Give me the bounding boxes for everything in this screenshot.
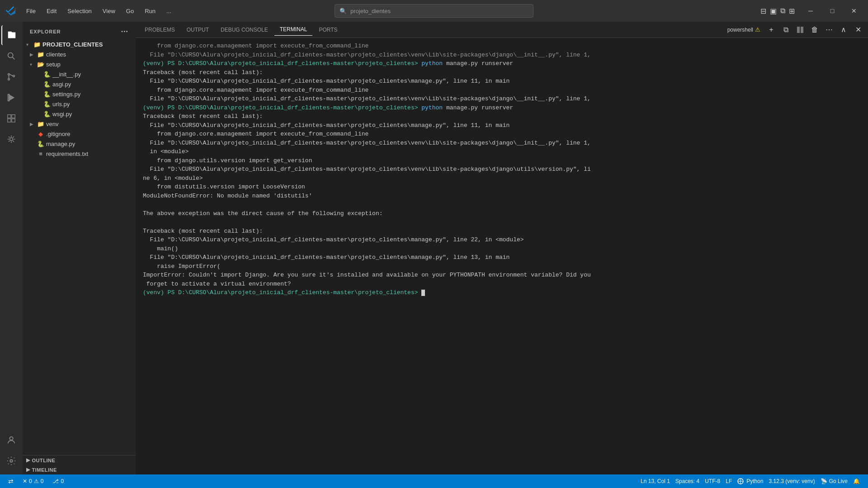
- term-line-22: main(): [143, 244, 861, 253]
- svg-marker-8: [9, 94, 15, 101]
- timeline-section[interactable]: ▶ TIMELINE: [23, 465, 136, 474]
- tree-init-py[interactable]: 🐍 __init__.py: [23, 69, 136, 79]
- term-line-4: Traceback (most recent call last):: [143, 68, 861, 77]
- activity-search[interactable]: [1, 46, 21, 66]
- tree-clientes[interactable]: ▶ 📁 clientes: [23, 49, 136, 59]
- vscode-logo: [4, 4, 18, 18]
- tab-debug-console[interactable]: DEBUG CONSOLE: [215, 24, 274, 36]
- project-label: PROJETO_CLIENTES: [42, 41, 103, 48]
- svg-line-2: [12, 57, 14, 59]
- position-text: Ln 13, Col 1: [641, 478, 670, 484]
- terminal-actions: powershell ⚠ + ⧉ 🗑 ⋯ ∧ ✕: [725, 23, 864, 36]
- status-bar: ⇄ ✕ 0 ⚠ 0 ⎇ 0 Ln 13, Col 1 Spaces: 4 UTF…: [0, 474, 868, 488]
- status-spaces[interactable]: Spaces: 4: [673, 478, 702, 484]
- svg-rect-17: [797, 27, 800, 33]
- tree-settings-py[interactable]: 🐍 settings.py: [23, 89, 136, 99]
- status-python-version[interactable]: 3.12.3 (venv: venv): [766, 478, 818, 484]
- menu-go[interactable]: Go: [122, 5, 138, 17]
- svg-point-14: [10, 138, 13, 141]
- manage-py-icon: 🐍: [37, 140, 44, 147]
- manage-py-label: manage.py: [46, 141, 75, 147]
- new-terminal-button[interactable]: +: [765, 23, 778, 36]
- panel-layout-button[interactable]: [794, 23, 807, 36]
- menu-run[interactable]: Run: [140, 5, 160, 17]
- layout-icon-1[interactable]: ⊟: [760, 7, 766, 15]
- tree-wsgi-py[interactable]: 🐍 wsgi.py: [23, 109, 136, 119]
- setup-label: setup: [46, 61, 61, 68]
- menu-more[interactable]: ...: [162, 5, 176, 17]
- outline-section[interactable]: ▶ OUTLINE: [23, 455, 136, 465]
- search-bar[interactable]: 🔍 projeto_dientes: [335, 4, 533, 18]
- menu-file[interactable]: File: [22, 5, 40, 17]
- window-controls: ─ □ ✕: [800, 4, 864, 18]
- layout-icon-4[interactable]: ⊞: [789, 7, 795, 15]
- tree-gitignore[interactable]: ◆ .gitignore: [23, 129, 136, 139]
- layout-icon-3[interactable]: ⧉: [780, 7, 785, 15]
- tab-problems[interactable]: PROBLEMS: [139, 24, 180, 36]
- term-line-blank-2: [143, 218, 861, 227]
- term-line-25: ImportError: Couldn't import Django. Are…: [143, 271, 861, 280]
- svg-point-5: [13, 75, 15, 77]
- status-encoding[interactable]: UTF-8: [702, 478, 723, 484]
- venv-arrow: ▶: [30, 122, 35, 127]
- outline-label: OUTLINE: [32, 458, 56, 463]
- urls-py-label: urls.py: [52, 101, 70, 108]
- tab-terminal[interactable]: TERMINAL: [274, 23, 313, 36]
- svg-point-4: [8, 79, 10, 80]
- sidebar-more-icon[interactable]: ⋯: [121, 27, 128, 36]
- activity-remote[interactable]: [1, 129, 21, 149]
- menu-selection[interactable]: Selection: [63, 5, 96, 17]
- status-notification[interactable]: 🔔: [850, 478, 863, 484]
- status-position[interactable]: Ln 13, Col 1: [638, 478, 673, 484]
- status-go-live[interactable]: 📡 Go Live: [818, 478, 850, 484]
- activity-extensions[interactable]: [1, 108, 21, 128]
- status-language[interactable]: Python: [735, 478, 766, 485]
- tree-urls-py[interactable]: 🐍 urls.py: [23, 99, 136, 109]
- status-remote[interactable]: ⇄: [5, 474, 16, 488]
- close-button[interactable]: ✕: [844, 4, 864, 18]
- tab-ports[interactable]: PORTS: [313, 24, 343, 36]
- maximize-button[interactable]: □: [822, 4, 843, 18]
- term-line-15: File "D:\CURSO\Alura\projeto_inicial_drf…: [143, 165, 861, 174]
- tree-requirements-txt[interactable]: ≡ requirements.txt: [23, 149, 136, 159]
- trash-button[interactable]: 🗑: [808, 23, 821, 36]
- term-line-19: The above exception was the direct cause…: [143, 209, 861, 218]
- ps-label-text: powershell: [727, 27, 753, 33]
- term-line-8: (venv) PS D:\CURSO\Alura\projeto_inicial…: [143, 103, 861, 113]
- activity-explorer[interactable]: [1, 25, 21, 45]
- status-errors[interactable]: ✕ 0 ⚠ 0: [20, 474, 46, 488]
- panel-chevron-button[interactable]: ∧: [837, 23, 850, 36]
- asgi-py-label: asgi.py: [52, 81, 71, 88]
- term-line-21: File "D:\CURSO\Alura\projeto_inicial_drf…: [143, 235, 861, 244]
- status-line-ending[interactable]: LF: [723, 478, 735, 484]
- activity-settings[interactable]: [1, 451, 21, 471]
- tree-asgi-py[interactable]: 🐍 asgi.py: [23, 79, 136, 89]
- term-line-18: ModuleNotFoundError: No module named 'di…: [143, 192, 861, 201]
- split-terminal-button[interactable]: ⧉: [779, 23, 792, 36]
- panel-close-button[interactable]: ✕: [852, 23, 864, 36]
- term-line-26: forget to activate a virtual environment…: [143, 280, 861, 289]
- activity-account[interactable]: [1, 430, 21, 450]
- svg-rect-13: [12, 119, 15, 122]
- menu-view[interactable]: View: [98, 5, 120, 17]
- project-root[interactable]: ▾ 📁 PROJETO_CLIENTES: [23, 39, 136, 49]
- clientes-label: clientes: [46, 51, 66, 58]
- term-line-14: from django.utils.version import get_ver…: [143, 156, 861, 165]
- layout-icon-2[interactable]: ▣: [770, 7, 777, 15]
- activity-source-control[interactable]: [1, 67, 21, 87]
- term-line-20: Traceback (most recent call last):: [143, 227, 861, 236]
- menu-edit[interactable]: Edit: [42, 5, 61, 17]
- status-git[interactable]: ⎇ 0: [50, 474, 66, 488]
- asgi-py-icon: 🐍: [43, 80, 51, 88]
- svg-rect-11: [12, 115, 15, 118]
- svg-rect-18: [801, 27, 803, 33]
- tab-output[interactable]: OUTPUT: [181, 24, 214, 36]
- tree-setup[interactable]: ▾ 📂 setup: [23, 59, 136, 69]
- activity-run[interactable]: [1, 88, 21, 108]
- tree-venv[interactable]: ▶ 📁 venv: [23, 119, 136, 129]
- minimize-button[interactable]: ─: [800, 4, 821, 18]
- titlebar: File Edit Selection View Go Run ... 🔍 pr…: [0, 0, 868, 22]
- tree-manage-py[interactable]: 🐍 manage.py: [23, 139, 136, 149]
- panel-more-button[interactable]: ⋯: [823, 23, 835, 36]
- terminal-content[interactable]: from django.core.management import execu…: [136, 38, 868, 474]
